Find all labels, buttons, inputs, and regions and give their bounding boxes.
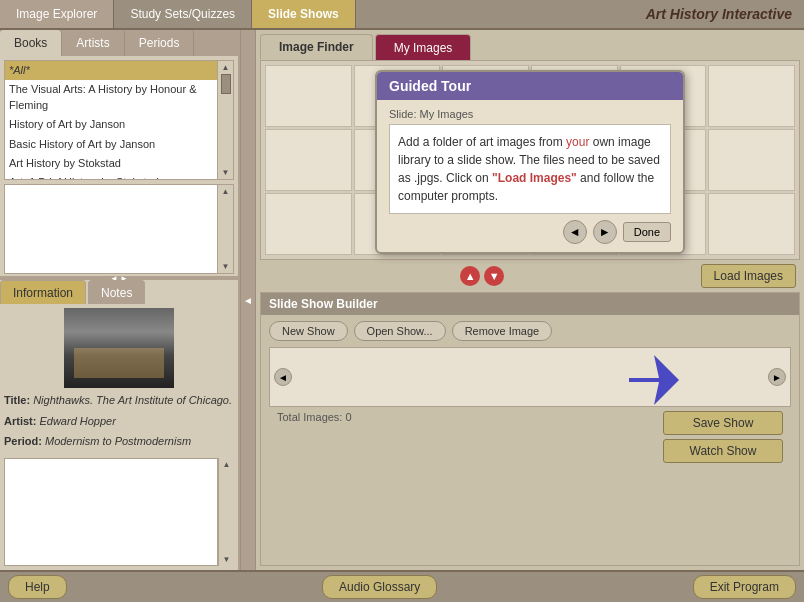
scroll-down-icon[interactable]: ▼ <box>222 168 230 177</box>
save-watch-buttons: Save Show Watch Show <box>655 407 791 467</box>
builder-bottom: Total Images: 0 Save Show Watch Show <box>261 407 799 471</box>
tab-notes[interactable]: Notes <box>88 280 145 304</box>
exit-program-button[interactable]: Exit Program <box>693 575 796 599</box>
info-scroll-down[interactable]: ▼ <box>223 555 231 564</box>
right-tabs: Image Finder My Images <box>256 30 804 60</box>
open-show-button[interactable]: Open Show... <box>354 321 446 341</box>
info-content: Title: Nighthawks. The Art Institute of … <box>0 304 238 570</box>
image-cell[interactable] <box>708 193 795 255</box>
watch-show-button[interactable]: Watch Show <box>663 439 783 463</box>
builder-header: Slide Show Builder <box>269 297 378 311</box>
image-cell[interactable] <box>265 193 352 255</box>
info-section: Information Notes Title: Nighthawks. The… <box>0 280 238 570</box>
list-item[interactable]: Art: A Brief History by Stokstad <box>5 173 217 179</box>
info-artist-row: Artist: Edward Hopper <box>4 413 234 430</box>
image-cell[interactable] <box>708 129 795 191</box>
slideshow-builder: Slide Show Builder New Show Open Show...… <box>260 292 800 566</box>
info-title-row: Title: Nighthawks. The Art Institute of … <box>4 392 234 409</box>
app-title: Art History Interactive <box>646 0 804 28</box>
book-list: *All* The Visual Arts: A History by Hono… <box>5 61 217 179</box>
remove-image-button[interactable]: Remove Image <box>452 321 553 341</box>
tour-prev-button[interactable]: ◄ <box>563 220 587 244</box>
left-panel: Books Artists Periods *All* The Visual A… <box>0 30 240 570</box>
scroll2-down-icon[interactable]: ▼ <box>222 262 230 271</box>
left-tabs: Books Artists Periods <box>0 30 238 56</box>
right-panel: Image Finder My Images <box>256 30 804 570</box>
scroll-down-button[interactable]: ▼ <box>484 266 504 286</box>
list-item[interactable]: Art History by Stokstad <box>5 154 217 173</box>
audio-glossary-button[interactable]: Audio Glossary <box>322 575 437 599</box>
scroll-up-button[interactable]: ▲ <box>460 266 480 286</box>
tab-slide-shows[interactable]: Slide Shows <box>252 0 356 28</box>
scroll-up-icon[interactable]: ▲ <box>222 63 230 72</box>
info-period-row: Period: Modernism to Postmodernism <box>4 433 234 450</box>
info-scroll-up[interactable]: ▲ <box>223 460 231 469</box>
info-tabs: Information Notes <box>0 280 238 304</box>
tab-study-sets[interactable]: Study Sets/Quizzes <box>114 0 252 28</box>
scrollbar-thumb[interactable] <box>221 74 231 94</box>
guided-tour-text: Add a folder of art images from your own… <box>389 124 671 214</box>
image-cell[interactable] <box>265 129 352 191</box>
artwork-thumbnail <box>64 308 174 388</box>
filmstrip-prev-button[interactable]: ◄ <box>274 368 292 386</box>
tour-done-button[interactable]: Done <box>623 222 671 242</box>
tab-artists[interactable]: Artists <box>62 30 124 56</box>
tab-my-images[interactable]: My Images <box>375 34 472 60</box>
load-images-button[interactable]: Load Images <box>701 264 796 288</box>
guided-tour-panel: Guided Tour Slide: My Images Add a folde… <box>375 70 685 254</box>
filmstrip: ◄ ► <box>269 347 791 407</box>
new-show-button[interactable]: New Show <box>269 321 348 341</box>
image-cell[interactable] <box>265 65 352 127</box>
list-item[interactable]: Basic History of Art by Janson <box>5 135 217 154</box>
image-cell[interactable] <box>708 65 795 127</box>
panel-resize-arrow[interactable]: ◄ <box>240 30 256 570</box>
help-button[interactable]: Help <box>8 575 67 599</box>
list-item[interactable]: *All* <box>5 61 217 80</box>
guided-tour-header: Guided Tour <box>377 72 683 100</box>
slide-label: Slide: My Images <box>389 108 671 120</box>
tab-information[interactable]: Information <box>0 280 86 304</box>
list-item[interactable]: History of Art by Janson <box>5 115 217 134</box>
tab-books[interactable]: Books <box>0 30 62 56</box>
tab-periods[interactable]: Periods <box>125 30 195 56</box>
bottom-bar: Help Audio Glossary Exit Program <box>0 570 804 602</box>
top-navigation: Image Explorer Study Sets/Quizzes Slide … <box>0 0 804 30</box>
scroll2-up-icon[interactable]: ▲ <box>222 187 230 196</box>
tab-image-explorer[interactable]: Image Explorer <box>0 0 114 28</box>
tour-next-button[interactable]: ► <box>593 220 617 244</box>
save-show-button[interactable]: Save Show <box>663 411 783 435</box>
total-images-label: Total Images: 0 <box>269 407 360 427</box>
tab-image-finder[interactable]: Image Finder <box>260 34 373 60</box>
list-item[interactable]: The Visual Arts: A History by Honour & F… <box>5 80 217 115</box>
guided-tour-body: Slide: My Images Add a folder of art ima… <box>377 100 683 252</box>
filmstrip-next-button[interactable]: ► <box>768 368 786 386</box>
